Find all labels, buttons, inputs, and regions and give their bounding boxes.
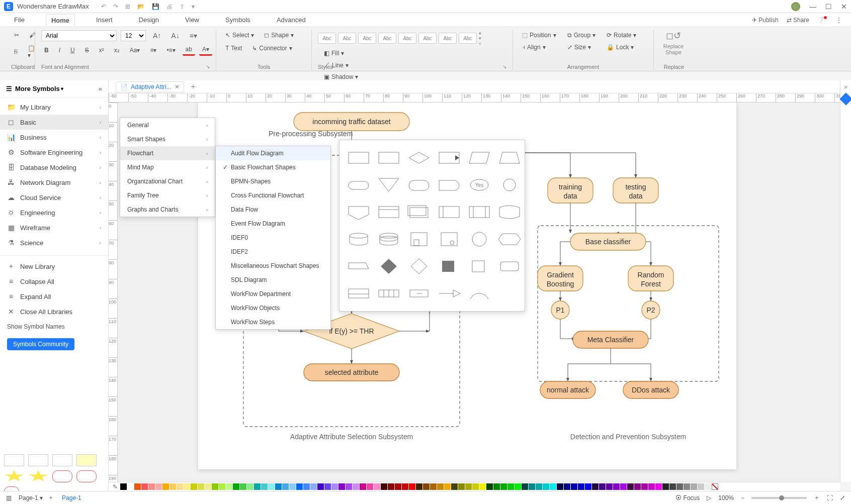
highlight-icon[interactable]: ab [183, 44, 195, 56]
color-swatch[interactable] [289, 483, 296, 490]
color-swatch[interactable] [148, 483, 155, 490]
style-gallery-down-icon[interactable]: ▾ [479, 36, 481, 41]
library-action[interactable]: ≡Collapse All [0, 274, 108, 289]
menu-more-icon[interactable]: ⋮ [836, 17, 842, 24]
flowchart-type-item[interactable]: Audit Flow Diagram [216, 146, 330, 160]
color-swatch[interactable] [296, 483, 303, 490]
flowchart-type-item[interactable]: Data Flow [216, 203, 330, 217]
font-family-select[interactable]: Arial [41, 30, 117, 41]
submenu-item[interactable]: Graphs and Charts› [120, 203, 215, 217]
subscript-icon[interactable]: x₂ [111, 45, 123, 55]
gallery-shape[interactable] [467, 229, 491, 250]
color-swatch[interactable] [275, 483, 282, 490]
show-symbol-names[interactable]: Show Symbol Names [0, 319, 108, 334]
zoom-in-icon[interactable]: ＋ [814, 493, 820, 502]
color-swatch[interactable] [155, 483, 162, 490]
share-button[interactable]: ⇄ Share [787, 17, 809, 24]
submenu-item[interactable]: Organizational Chart› [120, 174, 215, 188]
color-swatch[interactable] [169, 483, 176, 490]
gallery-shape[interactable] [467, 283, 491, 304]
color-swatch[interactable] [529, 483, 535, 490]
font-color-icon[interactable]: A▾ [199, 44, 212, 56]
submenu-item[interactable]: Flowchart› [120, 146, 215, 160]
gallery-shape[interactable]: Yes [467, 174, 491, 195]
italic-icon[interactable]: I [56, 45, 63, 55]
color-swatch[interactable] [233, 483, 239, 490]
gallery-shape[interactable] [377, 283, 401, 304]
gallery-shape[interactable] [347, 201, 371, 223]
shape-thumb[interactable] [4, 470, 24, 482]
color-swatch[interactable] [374, 483, 380, 490]
save-icon[interactable]: 💾 [152, 3, 159, 10]
rightrail-collapse-icon[interactable]: » [844, 83, 847, 90]
page-layout-icon[interactable]: ▥ [6, 494, 12, 501]
shape-thumb[interactable] [52, 454, 72, 466]
shape-thumb[interactable] [4, 486, 19, 491]
gallery-shape[interactable] [407, 283, 431, 304]
gallery-shape[interactable] [467, 147, 491, 168]
fill-button[interactable]: ◧ Fill ▾ [321, 48, 361, 58]
flowchart-type-item[interactable]: IDEF2 [216, 245, 330, 259]
flowchart-type-item[interactable]: ✓Basic Flowchart Shapes [216, 160, 330, 174]
gallery-shape[interactable] [407, 229, 431, 250]
flowchart-type-item[interactable]: Miscellaneous Flowchart Shapes [216, 259, 330, 273]
color-swatch[interactable] [240, 483, 246, 490]
color-swatch[interactable] [409, 483, 415, 490]
page-selector[interactable]: Page-1 ▾ [19, 494, 43, 501]
connector-tool[interactable]: ↳ Connector ▾ [249, 43, 295, 53]
library-action[interactable]: ＋New Library [0, 259, 108, 274]
align-icon[interactable]: ≡▾ [187, 30, 200, 41]
color-swatch[interactable] [557, 483, 563, 490]
shape-thumb[interactable] [76, 470, 97, 482]
color-swatch[interactable] [479, 483, 486, 490]
color-swatch[interactable] [620, 483, 627, 490]
flowchart-type-item[interactable]: WorkFlow Department [216, 287, 330, 301]
color-swatch[interactable] [402, 483, 408, 490]
gallery-shape[interactable] [407, 147, 431, 168]
position-button[interactable]: ⬚ Position▾ [519, 30, 559, 40]
color-swatch[interactable] [226, 483, 232, 490]
color-swatch[interactable] [648, 483, 655, 490]
font-grow-icon[interactable]: A↑ [150, 30, 164, 41]
color-swatch[interactable] [592, 483, 599, 490]
color-swatch[interactable] [684, 483, 690, 490]
library-category[interactable]: 🖧Network Diagram› [0, 175, 108, 190]
cut-icon[interactable]: ✂ [11, 30, 22, 40]
color-swatch[interactable] [310, 483, 317, 490]
color-swatch[interactable] [691, 483, 697, 490]
color-swatch[interactable] [254, 483, 261, 490]
library-category[interactable]: ☁Cloud Service› [0, 190, 108, 205]
underline-icon[interactable]: U [67, 45, 78, 55]
color-swatch[interactable] [162, 483, 169, 490]
color-swatch[interactable] [423, 483, 430, 490]
gallery-shape[interactable] [347, 174, 371, 195]
redo-icon[interactable]: ↷ [113, 3, 118, 10]
size-button[interactable]: ⤢ Size▾ [564, 42, 599, 52]
gallery-shape[interactable] [407, 174, 431, 195]
styles-dialog-launcher-icon[interactable]: ↘ [502, 64, 506, 70]
strike-icon[interactable]: S [82, 45, 92, 55]
color-swatch[interactable] [127, 483, 134, 490]
undo-icon[interactable]: ↶ [101, 3, 106, 10]
help-icon[interactable]: ❔ [817, 17, 828, 24]
library-category[interactable]: 📊Business› [0, 130, 108, 145]
color-swatch[interactable] [507, 483, 514, 490]
focus-button[interactable]: ⦿ Focus [675, 494, 700, 501]
color-swatch[interactable] [247, 483, 253, 490]
shape-thumb[interactable] [76, 454, 97, 466]
select-tool[interactable]: ↖ Select ▾ [222, 30, 257, 40]
color-swatch[interactable] [416, 483, 422, 490]
color-swatch[interactable] [606, 483, 613, 490]
color-swatch[interactable] [346, 483, 352, 490]
color-swatch[interactable] [219, 483, 225, 490]
color-swatch[interactable] [360, 483, 366, 490]
style-gallery-up-icon[interactable]: ▴ [479, 30, 481, 35]
lock-button[interactable]: 🔒 Lock▾ [604, 42, 639, 52]
color-swatch[interactable] [367, 483, 373, 490]
submenu-item[interactable]: General› [120, 118, 215, 132]
color-swatch[interactable] [395, 483, 401, 490]
gallery-shape[interactable] [407, 256, 431, 277]
style-gallery-more-icon[interactable]: ▿ [479, 41, 481, 46]
color-swatch[interactable] [388, 483, 394, 490]
color-swatch[interactable] [662, 483, 669, 490]
